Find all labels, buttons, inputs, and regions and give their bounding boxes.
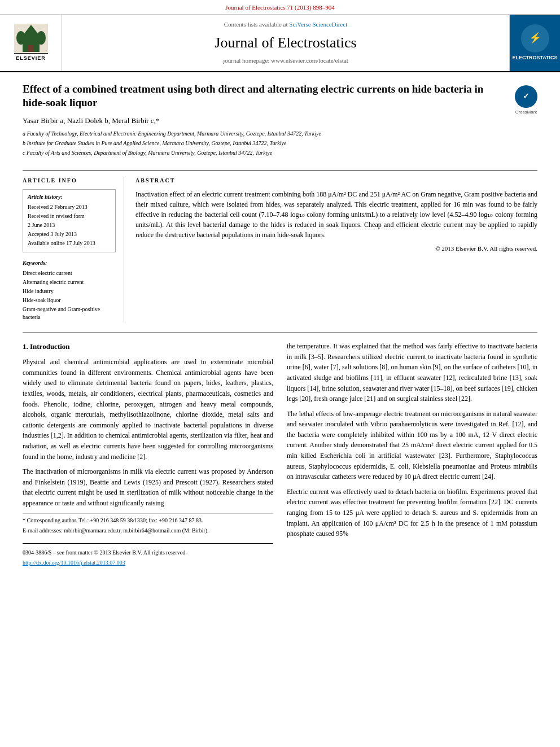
copyright-line: © 2013 Elsevier B.V. All rights reserved… xyxy=(135,244,537,253)
revised-label: Received in revised form xyxy=(28,212,111,220)
body-left-column: 1. Introduction Physical and chemical an… xyxy=(23,341,273,567)
article-info-column: ARTICLE INFO Article history: Received 2… xyxy=(23,177,124,322)
available-date: Available online 17 July 2013 xyxy=(28,239,111,247)
abstract-section-label: ABSTRACT xyxy=(135,177,537,185)
journal-header: ELSEVIER Contents lists available at Sci… xyxy=(0,15,560,72)
footnote-section: * Corresponding author. Tel.: +90 216 34… xyxy=(23,513,273,535)
elsevier-tree-icon xyxy=(14,24,48,53)
elsevier-logo-area: ELSEVIER xyxy=(0,15,62,71)
article-history-title: Article history: xyxy=(28,193,111,201)
crossmark-icon: ✓ xyxy=(515,85,537,108)
footer-section: 0304-3886/$ – see front matter © 2013 El… xyxy=(23,543,273,567)
keyword-1: Direct electric current xyxy=(23,269,116,277)
received-date: Received 2 February 2013 xyxy=(28,203,111,211)
abstract-column: ABSTRACT Inactivation effect of an elect… xyxy=(135,177,537,322)
body-right-para-1: the temperature. It was explained that t… xyxy=(287,341,537,404)
body-section: 1. Introduction Physical and chemical an… xyxy=(23,333,537,567)
abstract-text: Inactivation effect of an electric curre… xyxy=(135,189,537,240)
article-history-box: Article history: Received 2 February 201… xyxy=(23,189,116,252)
keyword-2: Alternating electric current xyxy=(23,278,116,286)
article-title-section: Effect of a combined treatment using bot… xyxy=(23,82,537,163)
svg-rect-2 xyxy=(28,45,34,52)
footer-doi-link[interactable]: http://dx.doi.org/10.1016/j.elstat.2013.… xyxy=(23,560,125,566)
revised-date: 2 June 2013 xyxy=(28,221,111,229)
crossmark-label: CrossMark xyxy=(515,109,537,115)
keyword-4: Hide-soak liquor xyxy=(23,296,116,304)
journal-header-center: Contents lists available at SciVerse Sci… xyxy=(62,15,509,71)
footnote-1: * Corresponding author. Tel.: +90 216 34… xyxy=(23,516,273,525)
keywords-label: Keywords: xyxy=(23,259,116,267)
journal-top-bar: Journal of Electrostatics 71 (2013) 898–… xyxy=(0,0,560,15)
intro-paragraph-2: The inactivation of microorganisms in mi… xyxy=(23,466,273,508)
electrostatics-badge-text: ELECTROSTATICS xyxy=(512,55,557,62)
body-right-column: the temperature. It was explained that t… xyxy=(287,341,537,567)
svg-point-3 xyxy=(16,31,25,45)
svg-point-4 xyxy=(37,31,46,45)
accepted-date: Accepted 3 July 2013 xyxy=(28,230,111,238)
article-title-area: Effect of a combined treatment using bot… xyxy=(23,82,504,159)
body-right-para-3: Electric current was effectively used to… xyxy=(287,487,537,539)
electrostatics-badge-area: ⚡ ELECTROSTATICS xyxy=(509,15,560,71)
body-two-columns: 1. Introduction Physical and chemical an… xyxy=(23,341,537,567)
intro-paragraph-1: Physical and chemical antimicrobial appl… xyxy=(23,357,273,462)
crossmark-badge[interactable]: ✓ CrossMark xyxy=(515,85,537,115)
footer-issn: 0304-3886/$ – see front matter © 2013 El… xyxy=(23,548,273,557)
keyword-5: Gram-negative and Gram-positive bacteria xyxy=(23,305,116,321)
elsevier-brand-text: ELSEVIER xyxy=(14,53,48,62)
intro-heading: 1. Introduction xyxy=(23,341,273,352)
journal-name: Journal of Electrostatics xyxy=(215,33,356,53)
keyword-3: Hide industry xyxy=(23,287,116,295)
sciverse-link[interactable]: SciVerse ScienceDirect xyxy=(289,21,347,28)
footnote-2: E-mail addresses: mbirbir@marmara.edu.tr… xyxy=(23,526,273,535)
article-info-abstract: ARTICLE INFO Article history: Received 2… xyxy=(23,171,537,322)
article-affiliations: a Faculty of Technology, Electrical and … xyxy=(23,129,504,157)
body-right-para-2: The lethal effects of low-amperage elect… xyxy=(287,409,537,482)
keywords-box: Keywords: Direct electric current Altern… xyxy=(23,259,116,321)
main-content: Effect of a combined treatment using bot… xyxy=(0,72,560,578)
article-title: Effect of a combined treatment using bot… xyxy=(23,82,504,110)
journal-homepage: journal homepage: www.elsevier.com/locat… xyxy=(223,56,348,65)
article-info-section-label: ARTICLE INFO xyxy=(23,177,116,185)
electrostatics-icon: ⚡ xyxy=(521,24,549,53)
sciverse-line: Contents lists available at SciVerse Sci… xyxy=(224,20,347,29)
article-authors: Yasar Birbir a, Nazli Dolek b, Meral Bir… xyxy=(23,116,504,126)
